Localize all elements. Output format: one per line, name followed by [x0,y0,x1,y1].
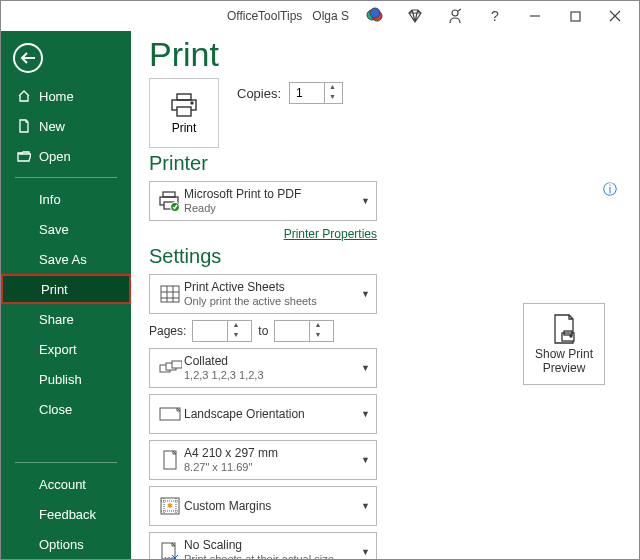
printer-heading: Printer [149,152,621,175]
svg-point-8 [191,102,193,104]
spin-down-icon[interactable]: ▼ [310,331,325,341]
diamond-icon[interactable] [395,2,435,30]
feedback-icon[interactable] [435,2,475,30]
pages-from-input[interactable] [193,321,227,341]
sidebar-item-options[interactable]: Options [1,529,131,559]
paper-size-select[interactable]: A4 210 x 297 mm8.27" x 11.69" ▼ [149,440,377,480]
back-button[interactable] [13,43,43,73]
chevron-down-icon: ▼ [361,547,370,557]
svg-point-2 [370,8,380,18]
user-name: Olga S [312,9,349,23]
pages-to-stepper[interactable]: ▲▼ [274,320,334,342]
sidebar-item-print[interactable]: Print [1,274,131,304]
printer-ready-icon [156,190,184,212]
show-print-preview-button[interactable]: Show Print Preview [523,303,605,385]
app-name: OfficeToolTips [227,9,302,23]
settings-heading: Settings [149,245,621,268]
minimize-icon[interactable] [515,2,555,30]
spin-up-icon[interactable]: ▲ [325,83,340,93]
chevron-down-icon: ▼ [361,455,370,465]
pages-label: Pages: [149,324,186,338]
sidebar-item-home[interactable]: Home [1,81,131,111]
sheets-icon [156,284,184,304]
sidebar-item-export[interactable]: Export [1,334,131,364]
sidebar-item-label: Export [17,342,77,357]
maximize-icon[interactable] [555,2,595,30]
preview-icon [550,313,578,345]
svg-point-25 [570,335,572,337]
svg-rect-13 [161,286,179,302]
copies-stepper[interactable]: ▲▼ [289,82,343,104]
svg-rect-7 [177,107,191,116]
chevron-down-icon: ▼ [361,363,370,373]
help-icon[interactable]: ? [475,2,515,30]
sidebar-item-label: New [39,119,65,134]
printer-status: Ready [184,202,361,216]
printer-properties-link[interactable]: Printer Properties [149,227,377,241]
svg-rect-16 [172,361,182,368]
sidebar-item-save[interactable]: Save [1,214,131,244]
spin-down-icon[interactable]: ▼ [325,93,340,103]
pages-from-stepper[interactable]: ▲▼ [192,320,252,342]
sidebar-item-publish[interactable]: Publish [1,364,131,394]
print-button-label: Print [172,121,197,135]
info-icon[interactable]: ⓘ [603,181,617,199]
printer-name: Microsoft Print to PDF [184,187,361,202]
scaling-sub: Print sheets at their actual size [184,553,361,559]
print-button[interactable]: Print [149,78,219,148]
sidebar-item-label: Feedback [17,507,96,522]
sidebar-item-open[interactable]: Open [1,141,131,171]
sidebar-item-label: Open [39,149,71,164]
sidebar-item-new[interactable]: New [1,111,131,141]
svg-text:✱: ✱ [167,502,173,509]
printer-icon [169,92,199,118]
sidebar-item-label: Info [17,192,61,207]
collated-icon [156,360,184,376]
sidebar-item-info[interactable]: Info [1,184,131,214]
orientation-select[interactable]: Landscape Orientation ▼ [149,394,377,434]
landscape-icon [156,405,184,423]
chevron-down-icon: ▼ [361,196,370,206]
page-icon [156,449,184,471]
sidebar-separator [15,462,117,463]
margins-label: Custom Margins [184,499,361,514]
paper-title: A4 210 x 297 mm [184,446,361,461]
scaling-title: No Scaling [184,538,361,553]
sidebar-item-share[interactable]: Share [1,304,131,334]
sidebar-separator [15,177,117,178]
print-what-sub: Only print the active sheets [184,295,361,309]
scaling-select[interactable]: 100 No ScalingPrint sheets at their actu… [149,532,377,559]
page-title: Print [149,35,621,74]
sidebar-item-label: Account [17,477,86,492]
copies-input[interactable] [290,83,324,103]
spin-up-icon[interactable]: ▲ [228,321,243,331]
sidebar-item-account[interactable]: Account [1,469,131,499]
main: Home New Open Info Save Save As Print Sh… [1,31,639,559]
pages-to-label: to [258,324,268,338]
pages-to-input[interactable] [275,321,309,341]
spin-up-icon[interactable]: ▲ [310,321,325,331]
sidebar-item-feedback[interactable]: Feedback [1,499,131,529]
sidebar-item-saveas[interactable]: Save As [1,244,131,274]
margins-icon: ✱ [156,496,184,516]
chevron-down-icon: ▼ [361,289,370,299]
print-what-select[interactable]: Print Active SheetsOnly print the active… [149,274,377,314]
spin-down-icon[interactable]: ▼ [228,331,243,341]
collation-title: Collated [184,354,361,369]
sidebar-item-close[interactable]: Close [1,394,131,424]
svg-rect-9 [163,192,175,197]
collation-select[interactable]: Collated1,2,3 1,2,3 1,2,3 ▼ [149,348,377,388]
show-preview-label: Show Print Preview [524,347,604,376]
close-icon[interactable] [595,2,635,30]
print-pane: Print Print Copies: ▲▼ ⓘ Printer Microso… [131,31,639,559]
print-what-title: Print Active Sheets [184,280,361,295]
chevron-down-icon: ▼ [361,409,370,419]
account-picture-icon[interactable] [355,2,395,30]
printer-select[interactable]: Microsoft Print to PDFReady ▼ [149,181,377,221]
sidebar-item-label: Home [39,89,74,104]
svg-point-3 [452,10,458,16]
backstage-sidebar: Home New Open Info Save Save As Print Sh… [1,31,131,559]
paper-sub: 8.27" x 11.69" [184,461,361,475]
margins-select[interactable]: ✱ Custom Margins ▼ [149,486,377,526]
sidebar-item-label: Share [17,312,74,327]
